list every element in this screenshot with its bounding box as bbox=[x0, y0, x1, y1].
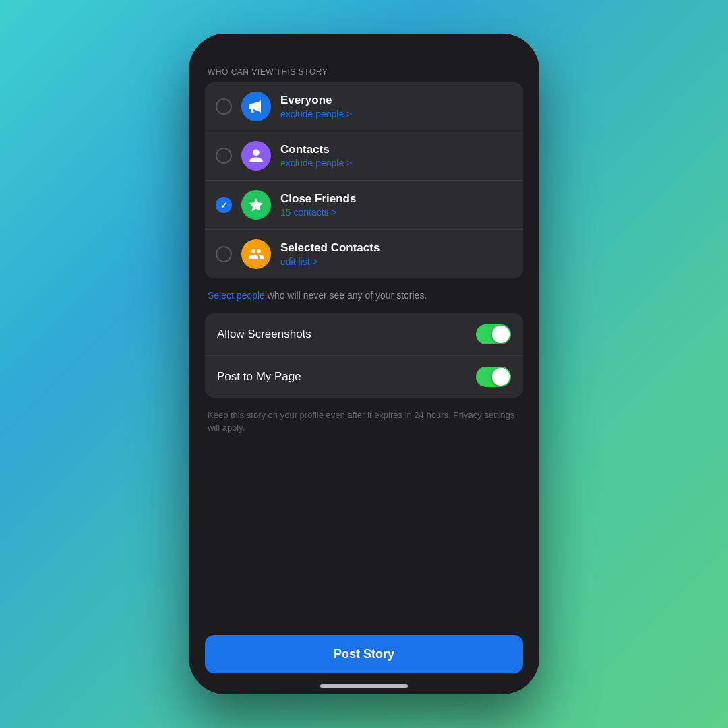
options-card: Everyone exclude people > Contacts exclu bbox=[205, 82, 523, 278]
everyone-text: Everyone exclude people > bbox=[280, 94, 512, 119]
close-friends-icon-circle bbox=[241, 190, 271, 220]
selected-contacts-title: Selected Contacts bbox=[280, 241, 512, 255]
helper-rest: who will never see any of your stories. bbox=[265, 290, 427, 301]
post-label: Post to My Page bbox=[217, 370, 301, 384]
contacts-icon-circle bbox=[241, 141, 271, 171]
content: Who can view this story Everyone exclude… bbox=[189, 67, 539, 635]
toggles-card: Allow Screenshots Post to My Page bbox=[205, 313, 523, 398]
close-friends-text: Close Friends 15 contacts > bbox=[280, 192, 512, 218]
spacer bbox=[205, 446, 523, 635]
post-story-button[interactable]: Post Story bbox=[205, 635, 523, 673]
contacts-text: Contacts exclude people > bbox=[280, 143, 512, 169]
screenshots-toggle[interactable] bbox=[476, 324, 511, 344]
selected-contacts-icon-circle bbox=[241, 239, 271, 269]
home-indicator bbox=[189, 684, 539, 694]
everyone-sub[interactable]: exclude people > bbox=[280, 109, 512, 119]
phone-frame: Who can view this story Everyone exclude… bbox=[189, 34, 539, 694]
contacts-title: Contacts bbox=[280, 143, 512, 156]
everyone-title: Everyone bbox=[280, 94, 512, 107]
screen: Who can view this story Everyone exclude… bbox=[189, 34, 539, 694]
star-icon bbox=[248, 197, 264, 213]
option-contacts[interactable]: Contacts exclude people > bbox=[205, 131, 523, 181]
post-toggle[interactable] bbox=[476, 367, 511, 387]
section-label: Who can view this story bbox=[205, 67, 523, 77]
radio-selected-contacts[interactable] bbox=[216, 246, 232, 262]
toggle-post-row: Post to My Page bbox=[205, 356, 523, 398]
contacts-sub[interactable]: exclude people > bbox=[280, 158, 512, 169]
post-story-label: Post Story bbox=[334, 647, 394, 661]
selected-contacts-text: Selected Contacts edit list > bbox=[280, 241, 512, 267]
helper-text: Select people who will never see any of … bbox=[205, 289, 523, 303]
option-selected-contacts[interactable]: Selected Contacts edit list > bbox=[205, 230, 523, 278]
radio-close-friends[interactable] bbox=[216, 197, 232, 213]
megaphone-icon bbox=[248, 98, 264, 115]
person-icon bbox=[248, 148, 264, 164]
footer-note: Keep this story on your profile even aft… bbox=[205, 408, 523, 435]
selected-contacts-sub[interactable]: edit list > bbox=[280, 256, 512, 267]
screenshots-label: Allow Screenshots bbox=[217, 328, 311, 341]
home-bar bbox=[320, 684, 408, 688]
option-close-friends[interactable]: Close Friends 15 contacts > bbox=[205, 181, 523, 230]
toggle-screenshots-row: Allow Screenshots bbox=[205, 313, 523, 356]
group-icon bbox=[248, 246, 264, 262]
radio-contacts[interactable] bbox=[216, 148, 232, 164]
option-everyone[interactable]: Everyone exclude people > bbox=[205, 82, 523, 131]
select-people-link[interactable]: Select people bbox=[208, 290, 265, 301]
close-friends-title: Close Friends bbox=[280, 192, 512, 206]
radio-everyone[interactable] bbox=[216, 98, 232, 115]
close-friends-sub[interactable]: 15 contacts > bbox=[280, 207, 512, 218]
everyone-icon-circle bbox=[241, 92, 271, 121]
